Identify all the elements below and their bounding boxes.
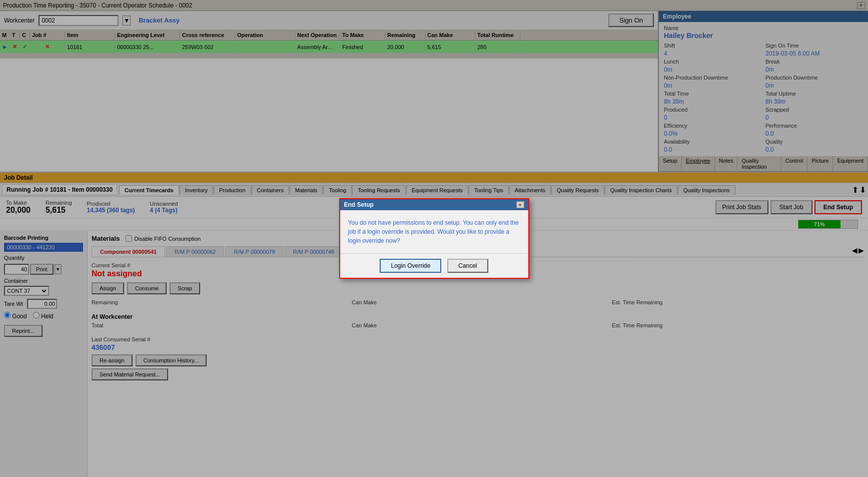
modal-dialog: End Setup × You do not have permissions …: [339, 198, 529, 279]
modal-buttons: Login Override Cancel: [340, 253, 528, 278]
modal-overlay: End Setup × You do not have permissions …: [0, 0, 868, 477]
cancel-button[interactable]: Cancel: [447, 259, 488, 273]
modal-body: You do not have permissions to end setup…: [340, 210, 528, 253]
login-override-button[interactable]: Login Override: [380, 259, 441, 273]
modal-close-button[interactable]: ×: [516, 201, 524, 208]
modal-title: End Setup: [344, 201, 374, 208]
modal-title-bar: End Setup ×: [340, 199, 528, 210]
